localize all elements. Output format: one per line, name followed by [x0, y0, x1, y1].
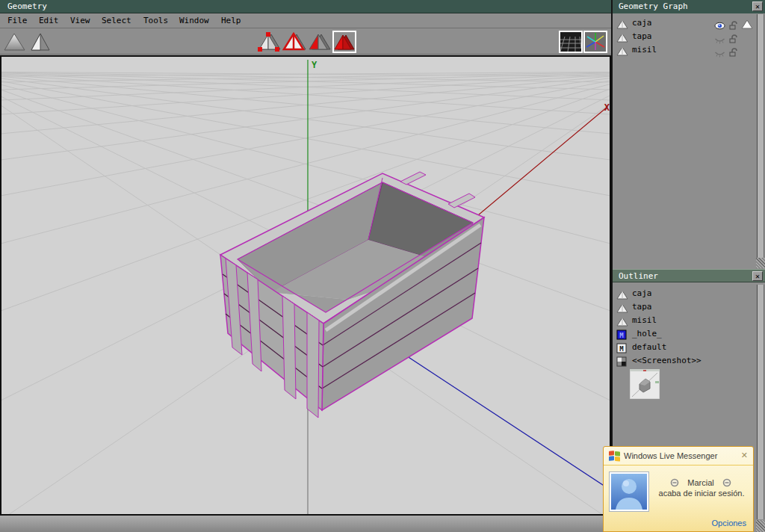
- geometry-graph-title: Geometry Graph: [619, 1, 688, 11]
- close-icon[interactable]: ✕: [741, 451, 748, 460]
- ground-plane-toggle-icon[interactable]: [559, 31, 583, 53]
- menu-tools[interactable]: Tools: [143, 16, 168, 25]
- contact-name[interactable]: Marcial: [687, 478, 713, 487]
- flat-shaded-pyramid-icon[interactable]: [28, 31, 52, 53]
- lock-open-icon[interactable]: [729, 46, 738, 60]
- outliner-row-default[interactable]: M default: [613, 341, 755, 354]
- object-triangle-icon: [616, 45, 628, 59]
- body-select-mode-icon[interactable]: [332, 31, 356, 53]
- x-axis-label: X: [604, 102, 610, 113]
- item-label: <<Screenshot>>: [632, 356, 701, 365]
- eye-closed-icon[interactable]: [714, 46, 725, 61]
- item-label: tapa: [632, 31, 652, 41]
- panel-resize-handle[interactable]: [756, 520, 765, 532]
- window-title: Geometry: [7, 1, 47, 11]
- outliner-titlebar[interactable]: Outliner ✕: [613, 269, 765, 282]
- geometry-graph-row-misil[interactable]: misil: [613, 43, 755, 57]
- viewport-canvas: Y X: [1, 57, 610, 514]
- outliner-row-screenshot[interactable]: <<Screenshot>>: [613, 354, 755, 368]
- item-label: default: [632, 342, 666, 352]
- viewport-3d[interactable]: Y X: [0, 55, 611, 516]
- menu-file[interactable]: File: [7, 16, 28, 25]
- outliner-scrollbar[interactable]: [757, 285, 764, 519]
- geometry-graph-row-tapa[interactable]: tapa: [613, 30, 755, 43]
- svg-text:M: M: [619, 345, 624, 353]
- menubar: File Edit View Select Tools Window Help: [0, 13, 613, 28]
- item-label: misil: [632, 45, 657, 55]
- close-icon[interactable]: ✕: [752, 271, 763, 281]
- menu-help[interactable]: Help: [221, 16, 241, 25]
- messenger-title: Windows Live Messenger: [624, 451, 717, 460]
- close-icon[interactable]: ✕: [752, 1, 763, 11]
- messenger-status-message: acaba de iniciar sesión.: [651, 489, 752, 498]
- menu-window[interactable]: Window: [179, 16, 209, 25]
- avatar[interactable]: [609, 471, 649, 512]
- outliner-row-caja[interactable]: caja: [613, 287, 755, 300]
- y-axis-label: Y: [312, 60, 318, 70]
- bottom-strip: [0, 516, 611, 532]
- window-titlebar[interactable]: Geometry: [0, 0, 613, 13]
- status-busy-icon: [722, 478, 731, 489]
- geometry-graph-scrollbar[interactable]: [757, 14, 764, 258]
- item-label: misil: [632, 315, 657, 325]
- item-label: caja: [632, 18, 652, 28]
- axes-toggle-icon[interactable]: [583, 31, 607, 53]
- messenger-status-line: Marcial: [651, 478, 750, 489]
- outliner-row-hole[interactable]: M _hole_: [613, 327, 755, 341]
- smooth-shaded-pyramid-icon[interactable]: [3, 31, 27, 53]
- item-label: _hole_: [632, 329, 662, 338]
- menu-select[interactable]: Select: [102, 16, 131, 25]
- windows-flag-icon: [608, 450, 622, 466]
- geometry-graph-row-caja[interactable]: caja: [613, 16, 755, 30]
- screenshot-thumbnail[interactable]: [630, 369, 660, 399]
- toolbar: [0, 29, 613, 55]
- outliner-row-misil[interactable]: misil: [613, 314, 755, 327]
- svg-text:M: M: [619, 332, 624, 339]
- options-link[interactable]: Opciones: [712, 519, 746, 528]
- status-busy-icon: [670, 478, 679, 489]
- panel-resize-handle[interactable]: [756, 258, 765, 268]
- face-select-mode-icon[interactable]: [308, 31, 332, 53]
- outliner-title: Outliner: [619, 271, 658, 281]
- image-checker-icon: [616, 356, 627, 370]
- menu-edit[interactable]: Edit: [39, 16, 59, 25]
- menu-view[interactable]: View: [70, 16, 90, 25]
- outliner-row-tapa[interactable]: tapa: [613, 300, 755, 314]
- messenger-popup: Windows Live Messenger ✕ Marcial acaba d…: [603, 446, 754, 532]
- vertex-select-mode-icon[interactable]: [258, 31, 282, 53]
- item-label: tapa: [632, 302, 652, 312]
- geometry-window: Geometry File Edit View Select Tools Win…: [0, 0, 613, 532]
- item-label: caja: [632, 288, 652, 298]
- edge-select-mode-icon[interactable]: [282, 31, 306, 53]
- geometry-graph-titlebar[interactable]: Geometry Graph ✕: [613, 0, 765, 13]
